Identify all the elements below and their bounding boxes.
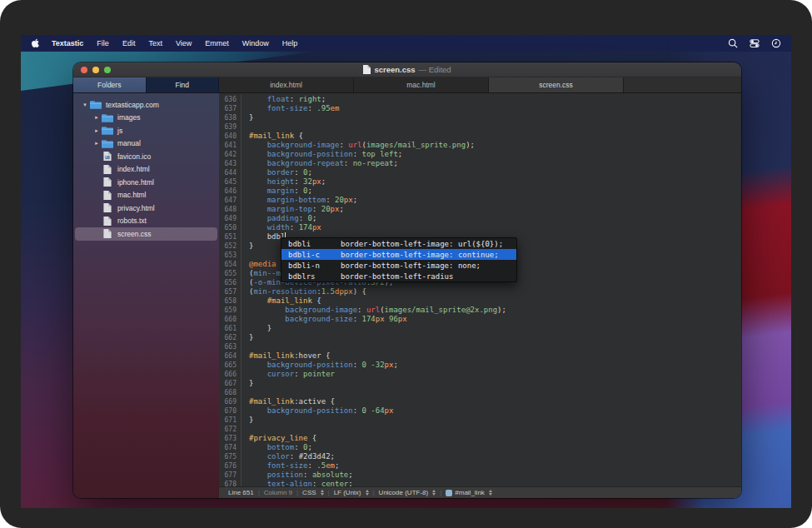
code-text: bottom: 0; bbox=[242, 443, 312, 452]
code-line-666: 666 cursor: pointer bbox=[219, 370, 741, 379]
chevron-down-icon[interactable]: ▾ bbox=[80, 102, 90, 108]
status-label: Column 9 bbox=[264, 489, 292, 496]
status-label: Line 651 bbox=[228, 489, 254, 496]
code-text: cursor: pointer bbox=[242, 370, 335, 379]
minimize-button[interactable] bbox=[92, 67, 99, 73]
menu-item-edit[interactable]: Edit bbox=[122, 39, 136, 47]
status-bar: Line 651|Column 9|CSS|LF (Unix)|Unicode … bbox=[219, 486, 741, 498]
app-window: screen.css — Edited FoldersFind index.ht… bbox=[73, 62, 741, 498]
editor-tabs: index.htmlmac.htmlscreen.css bbox=[219, 77, 741, 92]
autocomplete-item-bdblrs[interactable]: bdblrsborder-bottom-left-radius bbox=[281, 271, 516, 281]
dropdown-arrows-icon bbox=[366, 490, 369, 496]
menu-app-name[interactable]: Textastic bbox=[52, 39, 83, 47]
menu-item-file[interactable]: File bbox=[97, 39, 109, 47]
code-text: font-size: .5em; bbox=[242, 461, 339, 471]
status-label: LF (Unix) bbox=[334, 489, 361, 496]
code-text: margin-bottom: 20px; bbox=[242, 196, 357, 205]
editor-tab-index-html[interactable]: index.html bbox=[219, 77, 354, 92]
tree-item-label: robots.txt bbox=[117, 217, 147, 225]
status-lf-unix[interactable]: LF (Unix) bbox=[330, 489, 373, 496]
tree-item-favicon-ico[interactable]: favicon.ico bbox=[75, 150, 217, 163]
code-text bbox=[242, 425, 249, 434]
autocomplete-item-bdbli[interactable]: bdbliborder-bottom-left-image: url(${0})… bbox=[281, 238, 516, 249]
code-line-665: 665 background-position: 0 -32px; bbox=[219, 361, 741, 370]
file-icon bbox=[102, 229, 113, 238]
code-text: text-align: center; bbox=[242, 480, 353, 486]
status-label: Unicode (UTF-8) bbox=[379, 489, 429, 496]
line-number: 667 bbox=[219, 379, 242, 388]
code-text: bdbl bbox=[242, 232, 286, 242]
menu-item-text[interactable]: Text bbox=[148, 39, 162, 47]
zoom-button[interactable] bbox=[104, 67, 111, 73]
chevron-right-icon[interactable]: ▸ bbox=[92, 114, 102, 121]
tree-item-label: privacy.html bbox=[117, 204, 155, 212]
code-line-650: 650 width: 174px bbox=[219, 223, 741, 232]
tree-item-mac-html[interactable]: mac.html bbox=[75, 189, 217, 202]
code-text: } bbox=[242, 113, 253, 122]
status-label: #mail_link bbox=[455, 489, 485, 496]
autocomplete-desc: border-bottom-left-image: url(${0}); bbox=[341, 240, 503, 248]
tree-item-privacy-html[interactable]: privacy.html bbox=[75, 202, 217, 215]
clock-icon[interactable] bbox=[770, 38, 781, 49]
status-unicode-utf-8[interactable]: Unicode (UTF-8) bbox=[375, 489, 441, 496]
control-center-icon[interactable] bbox=[749, 38, 760, 49]
code-lines: 636 float: right;637 font-size: .95em638… bbox=[219, 93, 741, 486]
sidebar-tabs: FoldersFind bbox=[73, 77, 219, 92]
window-title-bar[interactable]: screen.css — Edited bbox=[73, 62, 741, 77]
folder-icon bbox=[90, 100, 102, 109]
file-icon bbox=[102, 191, 113, 200]
status-mail-link[interactable]: #mail_link bbox=[441, 489, 496, 496]
line-number: 676 bbox=[219, 461, 242, 471]
line-number: 660 bbox=[219, 315, 242, 324]
sidebar-tab-folders[interactable]: Folders bbox=[73, 77, 147, 92]
autocomplete-item-bdbli-n[interactable]: bdbli-nborder-bottom-left-image: none; bbox=[281, 260, 516, 271]
code-text: (min-resolution:1.5dppx) { bbox=[242, 287, 366, 296]
menu-item-window[interactable]: Window bbox=[242, 39, 269, 47]
tree-item-iphone-html[interactable]: iphone.html bbox=[75, 176, 217, 189]
menu-item-view[interactable]: View bbox=[176, 39, 192, 47]
tree-item-robots-txt[interactable]: robots.txt bbox=[75, 215, 217, 228]
screenshot-root: Textastic FileEditTextViewEmmetWindowHel… bbox=[0, 0, 812, 528]
tree-item-label: js bbox=[117, 127, 122, 135]
autocomplete-abbr: bdbli-n bbox=[281, 262, 341, 270]
editor-tab-screen-css[interactable]: screen.css bbox=[489, 77, 624, 92]
tree-item-js[interactable]: ▸js bbox=[75, 124, 217, 137]
code-text: position: absolute; bbox=[242, 471, 353, 480]
sidebar-tab-find[interactable]: Find bbox=[147, 77, 220, 92]
apple-menu-icon[interactable] bbox=[31, 38, 40, 49]
menu-item-emmet[interactable]: Emmet bbox=[205, 39, 229, 47]
search-icon[interactable] bbox=[727, 38, 738, 49]
status-css[interactable]: CSS bbox=[298, 489, 327, 496]
code-line-640: 640#mail_link { bbox=[219, 132, 741, 141]
line-number: 651 bbox=[219, 232, 242, 242]
autocomplete-item-bdbli-c[interactable]: bdbli-cborder-bottom-left-image: continu… bbox=[281, 249, 516, 260]
line-number: 636 bbox=[219, 95, 242, 104]
line-number: 673 bbox=[219, 434, 242, 443]
code-editor[interactable]: 636 float: right;637 font-size: .95em638… bbox=[219, 93, 741, 486]
editor-tab-mac-html[interactable]: mac.html bbox=[354, 77, 489, 92]
autocomplete-abbr: bdblrs bbox=[281, 272, 341, 281]
tree-item-index-html[interactable]: index.html bbox=[75, 163, 217, 177]
chevron-right-icon[interactable]: ▸ bbox=[92, 127, 102, 134]
tree-item-images[interactable]: ▸images bbox=[75, 112, 217, 125]
line-number: 637 bbox=[219, 104, 242, 113]
line-number: 661 bbox=[219, 324, 242, 333]
tree-item-textasticapp-com[interactable]: ▾textasticapp.com bbox=[75, 98, 217, 112]
window-title-text: screen.css bbox=[374, 65, 415, 74]
image-file-icon bbox=[102, 152, 113, 161]
chevron-right-icon[interactable]: ▸ bbox=[92, 140, 102, 147]
dropdown-arrows-icon bbox=[489, 490, 492, 496]
code-text bbox=[242, 342, 249, 351]
close-button[interactable] bbox=[81, 67, 87, 73]
tree-item-manual[interactable]: ▸manual bbox=[75, 137, 217, 151]
tree-item-screen-css[interactable]: screen.css bbox=[75, 227, 217, 241]
document-icon bbox=[363, 65, 371, 74]
autocomplete-desc: border-bottom-left-image: continue; bbox=[341, 251, 499, 259]
line-number: 654 bbox=[219, 260, 242, 269]
tree-item-label: screen.css bbox=[117, 230, 152, 238]
code-line-675: 675 color: #2d3d42; bbox=[219, 452, 741, 461]
menu-item-help[interactable]: Help bbox=[282, 39, 298, 47]
folder-icon bbox=[102, 113, 113, 122]
code-line-645: 645 height: 32px; bbox=[219, 177, 741, 187]
code-line-638: 638} bbox=[219, 113, 741, 122]
